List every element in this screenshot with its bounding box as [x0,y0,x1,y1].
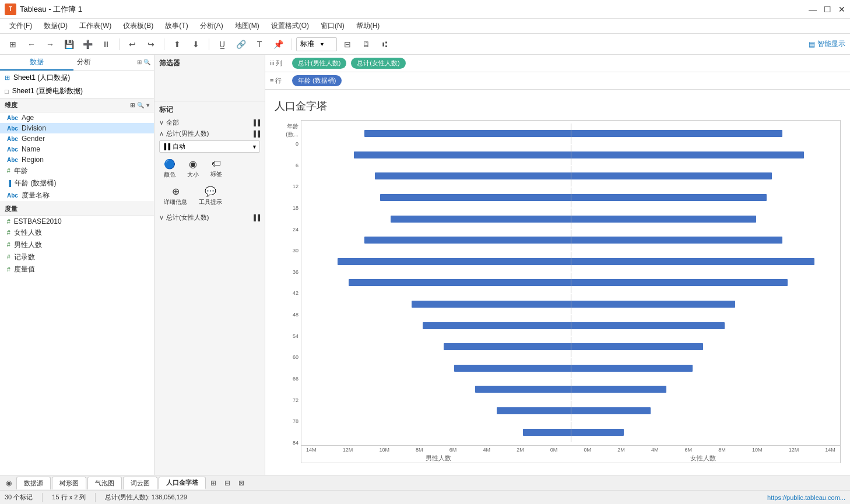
female-bar[interactable] [571,172,772,179]
add-datasource-btn[interactable]: ➕ [79,36,96,52]
col-pill-male[interactable]: 总计(男性人数) [292,58,346,69]
male-bar[interactable] [338,258,570,265]
male-bar[interactable] [364,130,571,137]
save-btn[interactable]: 💾 [61,36,77,52]
sheet-icon3[interactable]: ⊠ [235,478,248,488]
dim-more-icon[interactable]: ▾ [146,102,149,108]
datasource-movies[interactable]: □ Sheet1 (豆瓣电影数据) [0,84,154,98]
text-btn[interactable]: T [251,36,268,52]
field-age-bucket[interactable]: ▐ 年龄 (数据桶) [0,177,154,189]
dim-grid-icon[interactable]: ⊞ [130,102,135,108]
female-bar[interactable] [571,322,725,329]
marks-detail-btn[interactable]: ⊕ 详细信息 [159,184,192,209]
menu-map[interactable]: 地图(M) [230,20,264,32]
redo-btn[interactable]: ↪ [143,36,159,52]
female-bar[interactable] [571,130,783,137]
field-age-num[interactable]: # 年龄 [0,165,154,177]
device-btn[interactable]: 🖥 [358,36,374,52]
field-name[interactable]: Abc Name [0,144,154,154]
male-bar[interactable] [349,279,571,286]
tab-pyramid[interactable]: 人口金字塔 [159,477,206,489]
window-controls[interactable]: — ☐ ✕ [809,5,845,14]
add-sheet-icon[interactable]: ⊞ [207,478,220,488]
link-btn[interactable]: 🔗 [233,36,249,52]
maximize-btn[interactable]: ☐ [824,5,831,14]
female-bar[interactable] [571,194,767,201]
female-bar[interactable] [571,216,756,223]
dim-search-icon[interactable]: 🔍 [137,102,144,108]
female-bar[interactable] [571,407,651,414]
status-link[interactable]: https://public.tableau.com... [767,494,845,501]
field-gender[interactable]: Abc Gender [0,133,154,144]
pause-btn[interactable]: ⏸ [98,36,114,52]
menu-story[interactable]: 故事(T) [160,20,192,32]
male-bar[interactable] [454,365,571,372]
home-btn[interactable]: ⊞ [5,36,21,52]
female-bar[interactable] [571,237,783,244]
view-dropdown[interactable]: 标准 ▼ [296,37,337,51]
menu-dashboard[interactable]: 仪表板(B) [118,20,158,32]
female-bar[interactable] [571,343,704,350]
female-bar[interactable] [571,279,788,286]
marks-type-dropdown[interactable]: ▐▐ 自动 ▼ [159,140,260,153]
tab-bubble[interactable]: 气泡图 [87,477,122,489]
datasource-tab-icon[interactable]: ◉ [2,478,15,488]
female-bar[interactable] [571,301,735,308]
col-pill-female[interactable]: 总计(女性人数) [351,58,405,69]
male-bar[interactable] [375,172,571,179]
male-bar[interactable] [444,343,571,350]
sheet-icon2[interactable]: ⊟ [221,478,234,488]
sort-asc-btn[interactable]: ⬆ [169,36,185,52]
male-bar[interactable] [497,407,571,414]
field-male[interactable]: # 男性人数 [0,239,154,251]
menu-worksheet[interactable]: 工作表(W) [75,20,116,32]
field-measure-name[interactable]: Abc 度量名称 [0,189,154,202]
fit-btn[interactable]: ⊟ [339,36,356,52]
male-bar[interactable] [391,216,570,223]
field-female[interactable]: # 女性人数 [0,227,154,239]
row-pill-age[interactable]: 年龄 (数据桶) [292,75,342,86]
female-bar[interactable] [571,429,624,436]
female-bar[interactable] [571,151,804,158]
marks-tooltip-btn[interactable]: 💬 工具提示 [194,184,227,209]
underline-btn[interactable]: U̲ [214,36,230,52]
male-bar[interactable] [412,301,570,308]
male-bar[interactable] [475,386,570,393]
field-records[interactable]: # 记录数 [0,251,154,263]
minimize-btn[interactable]: — [809,5,817,14]
pin-btn[interactable]: 📌 [270,36,286,52]
field-measure-value[interactable]: # 度量值 [0,263,154,276]
tab-data[interactable]: 数据 [0,55,73,71]
marks-all[interactable]: ∨ 全部 ▐▐ [159,118,260,127]
field-region[interactable]: Abc Region [0,154,154,165]
sort-desc-btn[interactable]: ⬇ [188,36,204,52]
marks-size-btn[interactable]: ◉ 大小 [182,156,203,181]
menu-data[interactable]: 数据(D) [39,20,72,32]
menu-format[interactable]: 设置格式(O) [266,20,314,32]
menu-analysis[interactable]: 分析(A) [195,20,228,32]
field-estbase[interactable]: # ESTBASE2010 [0,216,154,227]
marks-total-male[interactable]: ∧ 总计(男性人数) ▐▐ [159,129,260,138]
menu-help[interactable]: 帮助(H) [352,20,385,32]
male-bar[interactable] [354,151,571,158]
marks-total-female[interactable]: ∨ 总计(女性人数) ▐▐ [159,213,260,222]
smart-display-btn[interactable]: ▤ 智能显示 [809,39,845,49]
share-btn[interactable]: ⑆ [377,36,393,52]
close-btn[interactable]: ✕ [838,5,845,14]
tab-analysis[interactable]: 分析 ⊞ 🔍 [73,55,154,71]
menu-file[interactable]: 文件(F) [5,20,37,32]
tab-treemap[interactable]: 树形图 [52,477,86,489]
back-btn[interactable]: ← [23,36,40,52]
menu-window[interactable]: 窗口(N) [316,20,349,32]
field-division[interactable]: Abc Division [0,123,154,133]
datasource-population[interactable]: ⊞ Sheet1 (人口数据) [0,71,154,84]
tab-wordcloud[interactable]: 词云图 [123,477,157,489]
forward-btn[interactable]: → [42,36,58,52]
male-bar[interactable] [523,429,571,436]
female-bar[interactable] [571,365,693,372]
tab-datasource[interactable]: 数据源 [16,477,51,489]
female-bar[interactable] [571,258,814,265]
field-age[interactable]: Abc Age [0,112,154,123]
marks-color-btn[interactable]: 🔵 颜色 [159,156,180,181]
female-bar[interactable] [571,386,666,393]
